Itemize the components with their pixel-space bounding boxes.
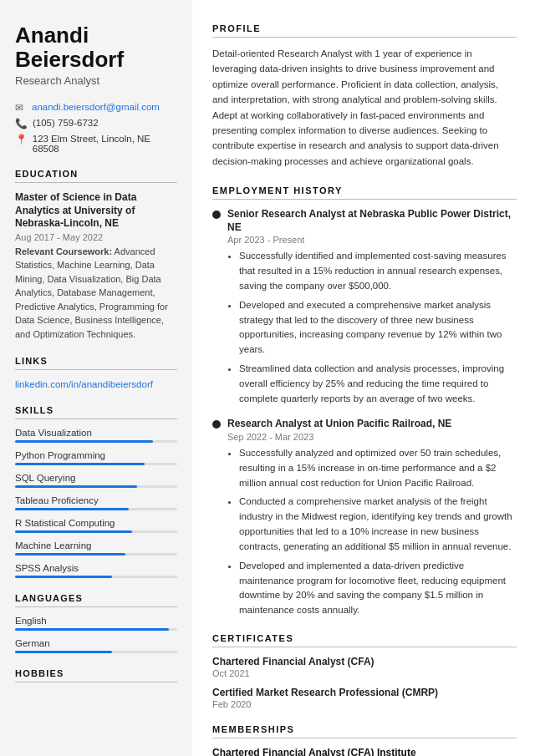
sidebar: Anandi Beiersdorf Research Analyst ✉ ana… (0, 0, 192, 756)
language-bar-background (15, 651, 177, 653)
language-bar-fill (15, 651, 112, 653)
skill-bar-background (15, 485, 177, 488)
phone-icon: 📞 (15, 118, 28, 129)
applicant-name: Anandi Beiersdorf (15, 23, 177, 71)
skill-item: SPSS Analysis (15, 563, 177, 578)
skill-bar-fill (15, 508, 129, 510)
certificates-section: CERTIFICATES Chartered Financial Analyst… (212, 633, 517, 709)
skill-bar-fill (15, 440, 153, 443)
skill-bar-background (15, 576, 177, 578)
location-icon: 📍 (15, 134, 28, 145)
job-date: Sep 2022 - Mar 2023 (227, 432, 517, 442)
certificate-date: Feb 2020 (212, 699, 517, 709)
profile-section-title: PROFILE (212, 23, 517, 38)
contact-block: ✉ anandi.beiersdorf@gmail.com 📞 (105) 75… (15, 102, 177, 154)
skill-bar-fill (15, 553, 125, 556)
job-bullet: Developed and implemented a data-driven … (239, 559, 517, 618)
languages-section-title: LANGUAGES (15, 593, 177, 607)
job-block: Senior Research Analyst at Nebraska Publ… (212, 208, 517, 406)
hobbies-section-title: HOBBIES (15, 668, 177, 682)
certificate-date: Oct 2021 (212, 668, 517, 678)
education-section-title: EDUCATION (15, 169, 177, 183)
skill-item: Machine Learning (15, 540, 177, 556)
skill-bar-background (15, 553, 177, 556)
jobs-list: Senior Research Analyst at Nebraska Publ… (212, 208, 517, 618)
job-bullet: Streamlined data collection and analysis… (239, 362, 517, 406)
contact-address: 📍 123 Elm Street, Lincoln, NE 68508 (15, 134, 177, 154)
skill-bar-background (15, 508, 177, 510)
language-item: English (15, 616, 177, 631)
job-date: Apr 2023 - Present (227, 235, 517, 245)
skill-label: Data Visualization (15, 428, 177, 438)
skill-item: Python Programming (15, 450, 177, 465)
certificate-name: Certified Market Research Professional (… (212, 687, 517, 698)
memberships-section-title: MEMBERSHIPS (212, 724, 517, 738)
language-label: German (15, 638, 177, 648)
skill-label: Python Programming (15, 450, 177, 460)
resume-container: Anandi Beiersdorf Research Analyst ✉ ana… (0, 0, 535, 756)
contact-phone: 📞 (105) 759-6732 (15, 118, 177, 129)
skill-bar-fill (15, 485, 137, 488)
profile-text: Detail-oriented Research Analyst with 1 … (212, 46, 517, 169)
skill-item: Tableau Proficiency (15, 495, 177, 510)
skill-item: R Statistical Computing (15, 518, 177, 533)
job-dot (212, 211, 221, 219)
language-bar-background (15, 628, 177, 631)
certificate-block: Chartered Financial Analyst (CFA) Oct 20… (212, 656, 517, 678)
job-title: Research Analyst at Union Pacific Railro… (227, 418, 451, 431)
certificate-name: Chartered Financial Analyst (CFA) (212, 656, 517, 667)
skill-item: SQL Querying (15, 473, 177, 488)
job-bullets-list: Successfully analyzed and optimized over… (227, 446, 517, 618)
job-title-row: Senior Research Analyst at Nebraska Publ… (212, 208, 517, 234)
memberships-list: Chartered Financial Analyst (CFA) Instit… (212, 747, 517, 756)
email-link[interactable]: anandi.beiersdorf@gmail.com (32, 102, 160, 112)
skills-section-title: SKILLS (15, 405, 177, 419)
certificate-block: Certified Market Research Professional (… (212, 687, 517, 709)
skill-bar-fill (15, 576, 112, 578)
certificates-section-title: CERTIFICATES (212, 633, 517, 647)
skill-item: Data Visualization (15, 428, 177, 443)
job-title-row: Research Analyst at Union Pacific Railro… (212, 418, 517, 431)
contact-email: ✉ anandi.beiersdorf@gmail.com (15, 102, 177, 114)
job-bullets-list: Successfully identified and implemented … (227, 249, 517, 406)
certificates-list: Chartered Financial Analyst (CFA) Oct 20… (212, 656, 517, 709)
job-bullet: Conducted a comprehensive market analysi… (239, 495, 517, 554)
language-item: German (15, 638, 177, 653)
links-section-title: LINKS (15, 356, 177, 370)
employment-section: EMPLOYMENT HISTORY Senior Research Analy… (212, 185, 517, 618)
job-dot (212, 420, 221, 429)
email-icon: ✉ (15, 102, 27, 114)
education-degree: Master of Science in Data Analytics at U… (15, 191, 177, 231)
skill-label: SPSS Analysis (15, 563, 177, 573)
language-bar-fill (15, 628, 169, 631)
languages-list: English German (15, 616, 177, 653)
job-title: Senior Research Analyst at Nebraska Publ… (227, 208, 517, 234)
skill-bar-background (15, 530, 177, 533)
skill-label: SQL Querying (15, 473, 177, 483)
memberships-section: MEMBERSHIPS Chartered Financial Analyst … (212, 724, 517, 756)
employment-section-title: EMPLOYMENT HISTORY (212, 185, 517, 200)
job-block: Research Analyst at Union Pacific Railro… (212, 418, 517, 618)
skill-bar-background (15, 440, 177, 443)
job-bullet: Developed and executed a comprehensive m… (239, 298, 517, 358)
education-coursework: Relevant Coursework: Advanced Statistics… (15, 245, 177, 342)
linkedin-link[interactable]: linkedin.com/in/anandibeiersdorf (15, 379, 153, 389)
skill-bar-fill (15, 530, 132, 533)
skill-label: Tableau Proficiency (15, 495, 177, 505)
skill-label: Machine Learning (15, 540, 177, 551)
language-label: English (15, 616, 177, 626)
skill-bar-fill (15, 463, 145, 465)
education-date: Aug 2017 - May 2022 (15, 232, 177, 242)
applicant-title: Research Analyst (15, 74, 177, 87)
job-bullet: Successfully analyzed and optimized over… (239, 446, 517, 490)
main-content: PROFILE Detail-oriented Research Analyst… (192, 0, 535, 756)
linkedin-link-item: linkedin.com/in/anandibeiersdorf (15, 378, 177, 390)
skills-list: Data Visualization Python Programming SQ… (15, 428, 177, 578)
skill-bar-background (15, 463, 177, 465)
job-bullet: Successfully identified and implemented … (239, 249, 517, 293)
skill-label: R Statistical Computing (15, 518, 177, 528)
membership-item: Chartered Financial Analyst (CFA) Instit… (212, 747, 517, 756)
